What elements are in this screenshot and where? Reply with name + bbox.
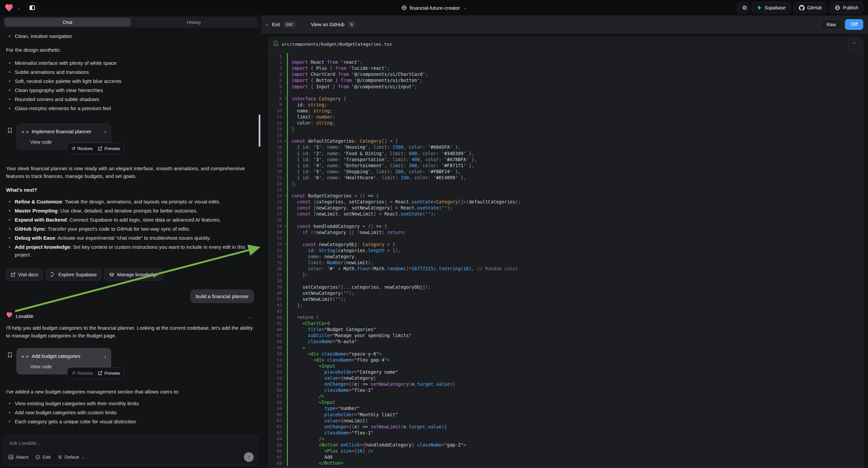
code-line: 9 id: string; — [269, 102, 863, 108]
line-number: 67 — [269, 455, 287, 460]
manage-knowledge-button[interactable]: Manage knowledge — [104, 269, 162, 281]
code-line: 39 setCategories([...categories, newCate… — [269, 284, 863, 290]
preview-button[interactable]: Preview — [98, 145, 120, 152]
preview-button[interactable]: Preview — [98, 369, 120, 377]
github-button[interactable]: GitHub — [794, 2, 827, 13]
bullet-item: GitHub Sync: Transfer your project's cod… — [6, 225, 254, 233]
restore-preview-pill: ↺Restore Preview — [67, 367, 124, 379]
bullet-item: Expand with Backend: Connect Supabase to… — [6, 216, 254, 224]
restore-button[interactable]: ↺Restore — [71, 369, 93, 377]
code-line-text: </Button> — [287, 460, 343, 466]
publish-button[interactable]: Publish — [830, 2, 863, 13]
tab-chat[interactable]: Chat — [4, 18, 131, 27]
code-line-text: { id: '1', name: 'Housing', limit: 1500,… — [287, 144, 461, 150]
raw-toggle-button[interactable]: Raw — [820, 19, 842, 30]
diff-toggle-button[interactable]: Diff — [845, 19, 863, 30]
supabase-button[interactable]: Supabase — [752, 2, 790, 13]
code-line-text: { id: '6', name: 'Healthcare', limit: 15… — [287, 175, 466, 181]
settings-button[interactable]: ⚙ — [737, 2, 749, 13]
restore-button[interactable]: ↺Restore — [71, 145, 93, 152]
sidebar-toggle-button[interactable] — [27, 2, 38, 13]
exit-button[interactable]: Exit — [272, 22, 280, 27]
visit-docs-button[interactable]: Visit docs — [6, 269, 43, 281]
code-line: 64 /> — [269, 436, 863, 442]
fold-caret-icon[interactable]: ∨ — [284, 194, 286, 197]
line-number: 60 — [269, 412, 287, 417]
design-heading: For the design aesthetic: — [6, 46, 254, 54]
chevron-right-icon: › — [104, 352, 106, 360]
code-line-text: const handleAddCategory = () => { — [287, 223, 387, 229]
bookmark-icon[interactable] — [7, 127, 12, 135]
esc-key-badge: ESC — [283, 21, 296, 28]
code-line: 19 { id: '4', name: 'Entertainment', lim… — [269, 163, 863, 169]
code-line: 42 }; — [269, 302, 863, 308]
code-line-text: const newCategoryObj: Category = { — [287, 241, 395, 247]
code-line-text: limit: Number(newLimit), — [287, 260, 373, 266]
code-line: 31 — [269, 235, 863, 241]
github-icon — [799, 5, 805, 11]
code-line-text: { id: '5', name: 'Shopping', limit: 200,… — [287, 169, 461, 175]
view-on-github-button[interactable]: View on GitHub — [311, 22, 344, 27]
chevron-down-icon: ⌄ — [81, 455, 85, 460]
code-line-text: import { Input } from '@/components/ui/i… — [287, 83, 417, 89]
bookmark-icon[interactable] — [7, 352, 12, 360]
collapse-file-button[interactable]: ⌃ — [848, 39, 860, 49]
tab-history[interactable]: History — [131, 18, 257, 27]
line-number: 26 — [269, 205, 287, 210]
line-number: 59 — [269, 406, 287, 411]
lovable-logo-icon[interactable] — [5, 4, 13, 12]
line-number: 47 — [269, 333, 287, 338]
project-selector[interactable]: financial-future-creator ⌄ — [401, 5, 467, 11]
chat-input-placeholder: Ask Lovable... — [9, 440, 252, 446]
fold-caret-icon[interactable]: ∨ — [284, 139, 286, 142]
line-number: 7 — [269, 90, 287, 95]
code-line-text: className="flex-1" — [287, 430, 373, 436]
line-number: 21 — [269, 175, 287, 180]
code-line: 61 value={newLimit} — [269, 418, 863, 424]
line-number: 41 — [269, 296, 287, 301]
code-line-text: onChange={(e) => setNewLimit(e.target.va… — [287, 424, 447, 430]
code-line-text: id: String(categories.length + 1), — [287, 247, 401, 254]
code-line: 14 — [269, 132, 863, 138]
code-line: 8∨interface Category { — [269, 96, 863, 102]
edit-button[interactable]: Edit — [35, 455, 50, 460]
mode-selector[interactable]: Default ⌄ — [57, 455, 85, 460]
code-line-text: value={newCategory} — [287, 375, 376, 381]
code-line: 48 className="h-auto" — [269, 339, 863, 345]
line-number: 25 — [269, 199, 287, 204]
chat-history-tabs: Chat History — [3, 17, 258, 28]
line-number: 9 — [269, 102, 287, 107]
line-number: 13 — [269, 126, 287, 131]
chat-scrollbar-thumb[interactable] — [259, 115, 260, 147]
code-line: 20 { id: '5', name: 'Shopping', limit: 2… — [269, 169, 863, 175]
code-line-text — [287, 187, 291, 193]
line-number: 46 — [269, 327, 287, 332]
chat-input-box[interactable]: Ask Lovable... Attach Edit Default ⌄ ↑ — [3, 435, 258, 465]
code-line-text: const defaultCategories: Category[] = [ — [287, 138, 398, 144]
send-button[interactable]: ↑ — [244, 452, 254, 462]
fold-caret-icon[interactable]: ∨ — [284, 224, 286, 227]
attach-button[interactable]: Attach — [8, 455, 29, 460]
explore-supabase-button[interactable]: Explore Supabase — [46, 269, 101, 281]
whats-next-heading: What's next? — [6, 186, 254, 194]
code-line: 65 <Button onClick={handleAddCategory} c… — [269, 442, 863, 448]
fold-caret-icon[interactable]: ∨ — [284, 97, 286, 100]
code-line-text: placeholder="Category name" — [287, 369, 398, 375]
bullet-item: Refine & Customize: Tweak the design, an… — [6, 198, 254, 205]
file-path-bar[interactable]: src/components/budget/BudgetCategories.t… — [269, 37, 863, 51]
line-number: 8∨ — [269, 96, 287, 101]
code-line: 49 > — [269, 345, 863, 351]
panel-icon — [30, 5, 35, 10]
code-line-text: className="flex-1" — [287, 387, 373, 393]
code-line: 57 /> — [269, 393, 863, 399]
code-icon: < > — [22, 352, 28, 360]
code-line: 62 onChange={(e) => setNewLimit(e.target… — [269, 424, 863, 430]
gear-icon: ⚙ — [742, 4, 747, 11]
globe-icon — [835, 5, 840, 10]
code-line: 21 { id: '6', name: 'Healthcare', limit:… — [269, 175, 863, 181]
chevron-down-icon[interactable]: ⌄ — [17, 5, 21, 10]
code-line-text: <Plus size={16} /> — [287, 448, 373, 454]
more-menu-icon[interactable]: … — [248, 312, 254, 320]
fold-caret-icon[interactable]: ∨ — [284, 242, 286, 245]
graduation-cap-icon — [109, 272, 115, 277]
